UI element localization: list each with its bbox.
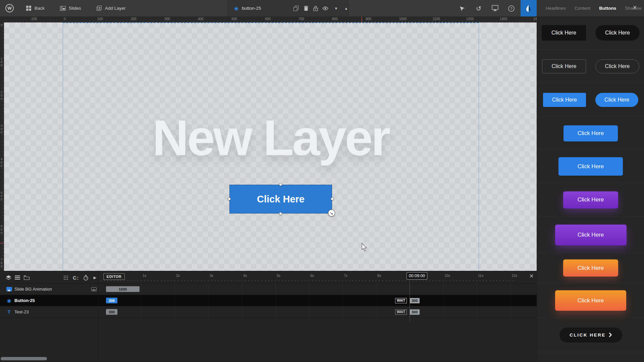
preset-button-outline-pill[interactable]: Click Here (595, 59, 639, 73)
add-layer-icon (96, 5, 102, 11)
timeline-gridline (175, 284, 175, 321)
add-layer-button[interactable]: Add Layer (96, 0, 126, 16)
wait-value-chip[interactable]: 300 (410, 309, 420, 315)
timeline-toolbar: C: ▶ EDITOR 1s2s3s4s5s6s7s8s10s11s12s ✕ (0, 271, 537, 284)
timeline-ruler-label: 8s (377, 274, 381, 278)
duration-pill[interactable]: 300 (106, 309, 117, 315)
duplicate-layer-icon[interactable] (292, 5, 299, 12)
timeline-ruler-label: 1s (143, 274, 146, 278)
timeline-close-icon[interactable]: ✕ (529, 274, 534, 279)
chevron-up-icon[interactable]: ▲ (343, 5, 350, 12)
preset-button-blue-pill[interactable]: Click Here (595, 93, 638, 107)
timeline-ruler-label: 2s (176, 274, 180, 278)
editor-canvas[interactable]: New Layer Click Here ↘ (4, 22, 537, 271)
duration-pill[interactable]: 300 (106, 298, 117, 303)
back-button[interactable]: Back (25, 0, 45, 16)
preset-button-dark-arrow[interactable]: CLICK HERE (559, 327, 622, 343)
h-ruler-label: 1100 (433, 17, 440, 21)
svg-text:?: ? (510, 6, 512, 10)
tab-headlines[interactable]: Headlines (546, 6, 566, 11)
duration-pill[interactable]: 1000 (106, 286, 140, 292)
v-ruler-label: 1 0 0 (1, 57, 2, 67)
visibility-eye-icon[interactable] (322, 5, 329, 12)
stopwatch-icon[interactable] (82, 274, 90, 281)
track-row-text-23[interactable]: T Text-23 300 WAIT 300 (0, 306, 537, 318)
v-ruler-ticks (2, 22, 4, 271)
pointer-tool-icon[interactable] (458, 4, 466, 12)
resize-handle-bottom[interactable] (279, 212, 282, 215)
resize-handle-left[interactable] (228, 197, 231, 200)
timeline-ruler-label: 10s (444, 274, 450, 278)
selected-button-layer[interactable]: Click Here (229, 185, 332, 214)
panel-close-icon[interactable]: ✕ (633, 5, 637, 10)
editor-mode-button[interactable]: EDITOR (103, 273, 125, 280)
style-droplet-button[interactable] (521, 0, 537, 16)
resize-handle-right[interactable] (331, 197, 334, 200)
list-icon[interactable] (14, 274, 21, 281)
tab-content[interactable]: Content (575, 6, 590, 11)
grid-icon (25, 5, 32, 11)
chevron-down-icon[interactable]: ▼ (333, 5, 339, 12)
track-row-slide-bg[interactable]: Slide BG Animation 1000 (0, 284, 537, 295)
timeline-gridline (309, 284, 309, 321)
timeline-ruler-label: 7s (344, 274, 347, 278)
h-ruler-label: 500 (231, 17, 237, 21)
h-ruler-label: 300 (164, 17, 170, 21)
selection-box: Click Here ↘ (228, 184, 333, 215)
bg-media-icon[interactable] (91, 287, 97, 291)
preset-button-blue-rounded[interactable]: Click Here (564, 125, 618, 141)
v-ruler-label: 2 0 0 (1, 90, 2, 101)
preset-row: Click Here (537, 253, 644, 283)
slide-bg-image-icon (6, 286, 12, 292)
slides-button[interactable]: Slides (60, 0, 81, 16)
magnet-snap-icon[interactable]: C: (72, 274, 79, 281)
resize-handle-corner[interactable]: ↘ (328, 209, 335, 217)
timeline-gridline (208, 284, 209, 321)
text-layer-icon: T (6, 309, 12, 315)
preset-button-blue-rounded-large[interactable]: Click Here (558, 157, 623, 176)
track-row-button-25[interactable]: ◉ Button-25 300 WAIT 300 (0, 295, 537, 306)
timeline-time-input[interactable] (407, 272, 427, 280)
preset-row: Click Here (537, 150, 644, 183)
h-ruler-label: 800 (332, 17, 338, 21)
timeline-gridline (342, 284, 343, 321)
preset-button-outline-rect[interactable]: Click Here (542, 59, 586, 73)
wordpress-logo-icon[interactable]: W (5, 4, 14, 12)
preset-button-orange[interactable]: Click Here (563, 259, 618, 277)
tab-buttons[interactable]: Buttons (599, 6, 616, 11)
preset-button-purple[interactable]: Click Here (563, 191, 618, 208)
preset-button-dark-pill[interactable]: Click Here (595, 25, 640, 41)
stage-right-guide (479, 22, 479, 271)
layers-icon[interactable] (5, 274, 12, 281)
preset-button-dark-rect[interactable]: Click Here (542, 25, 586, 41)
timeline-ruler-label: 3s (210, 274, 213, 278)
folder-icon[interactable] (23, 274, 30, 281)
timeline-column-divider (98, 271, 99, 362)
layer-name: button-25 (242, 6, 261, 11)
h-ruler-label: 400 (198, 17, 204, 21)
resize-handle-top[interactable] (279, 183, 282, 186)
h-ruler-label: 1300 (500, 17, 507, 21)
history-undo-icon[interactable]: ↺ (475, 4, 483, 12)
v-ruler-label: 5 0 0 (1, 191, 2, 201)
preview-monitor-icon[interactable] (491, 4, 499, 12)
wait-chip[interactable]: WAIT (395, 298, 407, 303)
v-ruler-label: 0 (1, 23, 2, 27)
timeline-gridline (242, 284, 242, 321)
lock-layer-icon[interactable] (312, 5, 319, 12)
timeline-ruler-label: 4s (243, 274, 247, 278)
horizontal-scrollbar-thumb[interactable] (1, 357, 47, 360)
timeline-panel: C: ▶ EDITOR 1s2s3s4s5s6s7s8s10s11s12s ✕ … (0, 271, 537, 362)
wait-value-chip[interactable]: 300 (410, 298, 420, 303)
play-icon[interactable]: ▶ (91, 274, 99, 281)
preset-row: Click Here (537, 183, 644, 217)
current-layer-chip: ◉ button-25 (234, 0, 261, 16)
dot-grid-icon[interactable] (62, 274, 69, 281)
delete-layer-icon[interactable] (303, 5, 309, 12)
v-ruler-label: 6 0 0 (1, 225, 2, 235)
preset-button-purple-large[interactable]: Click Here (555, 225, 627, 245)
wait-chip[interactable]: WAIT (395, 309, 407, 315)
preset-button-blue-rect[interactable]: Click Here (543, 93, 586, 107)
help-icon[interactable]: ? (507, 4, 515, 12)
preset-button-orange-large[interactable]: Click Here (555, 290, 626, 311)
